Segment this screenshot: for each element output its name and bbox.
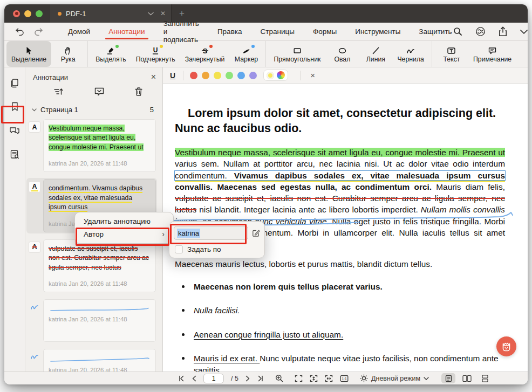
tool-marker[interactable]: Маркер	[229, 41, 263, 67]
share-icon[interactable]	[499, 26, 507, 37]
annotation-item-ink[interactable]: katrina Jan 20, 2026 at 11:48	[26, 298, 157, 343]
annotation-text: condimentum. Vivamus dapibus sodales ex,…	[49, 184, 142, 212]
annotation-item-strikeout[interactable]: A vulputate ac suscipit et, iaculis non …	[26, 238, 157, 293]
color-swatch-green[interactable]	[226, 72, 233, 79]
color-swatch-blue[interactable]	[237, 72, 245, 79]
set-default-author-option[interactable]: Задать по	[174, 245, 260, 253]
highlighted-text: Vestibulum neque massa, scelerisque sit …	[175, 148, 505, 157]
previous-page-icon[interactable]	[192, 375, 196, 382]
highlighter-icon	[106, 46, 115, 55]
close-window-button[interactable]	[13, 10, 20, 17]
last-page-icon[interactable]	[257, 375, 264, 382]
page-1-section-header[interactable]: Страница 1 5	[25, 102, 162, 117]
single-page-icon	[445, 375, 452, 382]
menu-annotations[interactable]: Аннотации	[107, 23, 146, 40]
single-page-view-button[interactable]	[441, 373, 455, 383]
strikeout-annotation-icon: A	[29, 242, 40, 253]
menu-home[interactable]: Домой	[67, 23, 91, 40]
ribbon-divider	[265, 41, 266, 67]
divider	[183, 71, 183, 80]
menu-forms[interactable]: Формы	[312, 23, 338, 40]
menu-fill-sign[interactable]: Заполнить и подписать	[162, 15, 200, 48]
context-menu-delete-annotation[interactable]: Удалить аннотацию	[78, 215, 170, 228]
trash-icon[interactable]	[134, 87, 143, 97]
color-wheel-icon[interactable]	[277, 71, 285, 79]
ink-annotation-icon	[30, 303, 39, 311]
section-chevron-icon	[32, 108, 37, 112]
sun-icon	[360, 374, 368, 382]
menu-pages[interactable]: Страницы	[260, 23, 296, 40]
menu-bar: Домой Аннотации Заполнить и подписать Пр…	[4, 23, 528, 41]
bullet-list: Maecenas non lorem quis tellus placerat …	[175, 281, 505, 372]
continuous-scroll-icon	[481, 375, 489, 382]
collapse-toolbar-chevron-icon[interactable]	[520, 30, 528, 34]
selected-underline-annotation[interactable]: condimentum. Vivamus dapibus sodales ex,…	[175, 171, 505, 180]
marker-icon	[242, 46, 251, 55]
tool-hand[interactable]: Рука	[51, 41, 85, 67]
zoom-icon[interactable]	[275, 374, 283, 382]
minimize-window-button[interactable]	[24, 10, 31, 17]
divider	[300, 71, 301, 80]
tool-highlight[interactable]: Выделять	[91, 41, 131, 67]
hand-icon	[64, 46, 72, 55]
menu-tools[interactable]: Инструменты	[354, 23, 401, 40]
page-number-input[interactable]: 1	[203, 374, 224, 383]
fit-height-icon[interactable]	[310, 375, 318, 382]
tool-select[interactable]: Выделение	[6, 41, 51, 67]
fit-page-icon[interactable]	[295, 375, 303, 382]
highlight-annotation-icon: A	[29, 121, 40, 133]
tool-rectangle[interactable]: Прямоугольник	[269, 41, 325, 67]
page-total-label: / 5	[231, 375, 238, 382]
style-bar-close-icon[interactable]: ×	[310, 71, 315, 80]
selected-color-swatch[interactable]	[267, 72, 274, 79]
search-icon[interactable]	[453, 27, 462, 36]
menu-edit[interactable]: Правка	[216, 23, 243, 40]
first-page-icon[interactable]	[178, 375, 185, 382]
note-bubble-icon	[488, 46, 497, 55]
continuous-scroll-view-button[interactable]	[478, 373, 492, 383]
sort-annotations-icon[interactable]	[53, 87, 64, 97]
ink-preview-line	[49, 356, 151, 363]
color-swatch-red[interactable]	[190, 72, 197, 79]
status-bar: 1 / 5 1:1 Дневной режим	[4, 372, 528, 384]
annotations-panel-icon[interactable]	[9, 126, 20, 135]
annotation-item-highlight[interactable]: A Vestibulum neque massa, scelerisque si…	[26, 118, 157, 173]
annotation-text: vulputate ac suscipit et, iaculis non es…	[49, 245, 149, 271]
tool-line[interactable]: Линия	[359, 41, 392, 67]
zoom-window-button[interactable]	[36, 10, 43, 17]
next-page-icon[interactable]	[245, 375, 250, 382]
tool-ink[interactable]: Чернила	[392, 41, 429, 67]
edit-author-icon[interactable]	[252, 229, 260, 237]
panel-close-icon[interactable]: ×	[151, 73, 156, 81]
color-swatch-yellow[interactable]	[214, 72, 221, 79]
selected-color-group	[263, 70, 288, 81]
set-default-checkbox[interactable]	[175, 245, 183, 253]
annotation-meta: katrina Jan 20, 2026 at 11:48	[49, 160, 151, 167]
menu-protect[interactable]: Защитить	[418, 23, 453, 40]
callout-box-author-menu-item	[76, 228, 169, 246]
signatures-icon[interactable]	[10, 149, 19, 159]
ink-preview-line	[49, 306, 151, 313]
color-swatch-purple[interactable]	[249, 72, 257, 79]
annotation-item-ink[interactable]: katrina Jan 20, 2026 at 11:48	[26, 348, 157, 372]
fit-width-icon[interactable]	[325, 375, 333, 382]
actual-size-icon[interactable]: 1:1	[340, 375, 349, 382]
two-page-view-button[interactable]	[460, 373, 474, 383]
ai-assistant-button[interactable]	[496, 336, 516, 356]
unsaved-dot-icon	[58, 12, 62, 16]
annotation-meta: katrina Jan 20, 2026 at 11:48	[49, 280, 151, 287]
comment-filter-icon[interactable]	[94, 87, 105, 97]
oval-icon	[338, 46, 347, 55]
tool-oval[interactable]: Овал	[325, 41, 359, 67]
tool-note[interactable]: Примечание	[468, 41, 516, 67]
undo-icon[interactable]	[15, 27, 24, 36]
bullet-item: Mauris id ex erat. Nunc vulputate neque …	[175, 353, 505, 372]
tool-text[interactable]: Текст	[435, 41, 468, 67]
tool-color-dot	[209, 45, 213, 48]
day-mode-selector[interactable]: Дневной режим	[360, 374, 429, 382]
redo-icon[interactable]	[34, 27, 43, 36]
underline-style-icon[interactable]: U	[170, 71, 175, 80]
assistant-icon[interactable]	[475, 26, 486, 37]
color-swatch-orange[interactable]	[202, 72, 209, 79]
page-thumbnails-icon[interactable]	[10, 78, 19, 88]
